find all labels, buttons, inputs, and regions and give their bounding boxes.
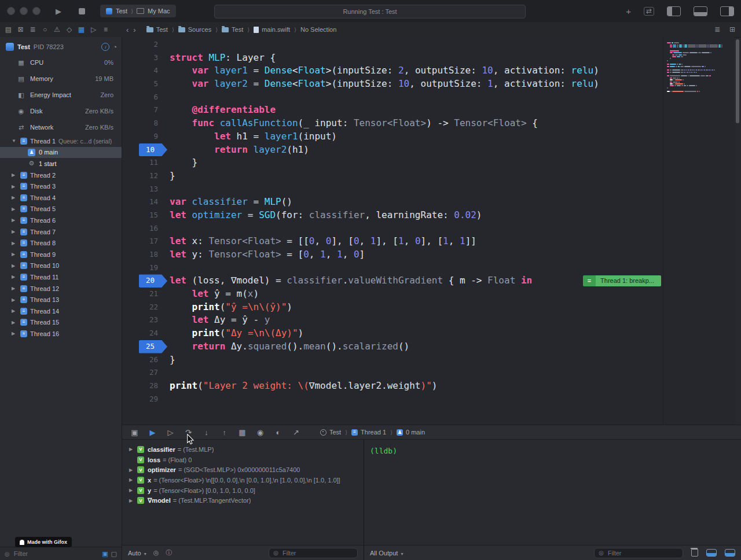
code-line[interactable]: 23 let Δy = ŷ - y bbox=[122, 314, 663, 327]
code-line[interactable]: 27 bbox=[122, 366, 663, 380]
line-number-gutter[interactable]: 7 bbox=[122, 104, 167, 117]
source-control-navigator-icon[interactable]: ⊠ bbox=[17, 25, 24, 34]
debug-breadcrumb-item[interactable]: Test bbox=[320, 429, 341, 436]
forward-button[interactable]: › bbox=[133, 25, 135, 34]
disclosure-triangle[interactable]: ▶ bbox=[12, 207, 17, 212]
code-line[interactable]: 11 } bbox=[122, 156, 663, 170]
code-line[interactable]: 13 bbox=[122, 183, 663, 196]
stop-button[interactable] bbox=[79, 8, 85, 14]
simulate-location-icon[interactable]: ↗ bbox=[292, 428, 300, 437]
minimize-button[interactable] bbox=[20, 7, 28, 15]
scope-selector[interactable]: Auto ▾ bbox=[128, 550, 146, 557]
close-button[interactable] bbox=[7, 7, 15, 15]
console-filter-field[interactable]: ◎ bbox=[594, 548, 683, 558]
disclosure-triangle[interactable]: ▶ bbox=[12, 308, 17, 314]
thread-row[interactable]: ▶Thread 6 bbox=[0, 215, 122, 226]
code-line[interactable]: 5 var layer2 = Dense<Float>(inputSize: 1… bbox=[122, 78, 663, 91]
code-line[interactable]: 22 print("ŷ =\n\(ŷ)") bbox=[122, 301, 663, 314]
project-navigator-icon[interactable]: ▤ bbox=[5, 25, 12, 34]
line-number-gutter[interactable]: 6 bbox=[122, 91, 167, 104]
line-number-gutter[interactable]: 15 bbox=[122, 209, 167, 222]
disclosure-triangle[interactable]: ▶ bbox=[12, 184, 17, 189]
variable-row[interactable]: ▶Vy= (Tensor<Float>) [0.0, 1.0, 1.0, 0.0… bbox=[122, 485, 364, 496]
disclosure-triangle[interactable]: ▶ bbox=[12, 172, 17, 178]
breadcrumb-item[interactable]: Test bbox=[222, 26, 243, 33]
thread-row[interactable]: ▶Thread 12 bbox=[0, 283, 122, 294]
gauge-row-energy-impact[interactable]: ◧Energy ImpactZero bbox=[0, 87, 122, 103]
line-number-gutter[interactable]: 26 bbox=[122, 353, 167, 367]
disclosure-triangle[interactable]: ▶ bbox=[129, 498, 135, 503]
test-navigator-icon[interactable]: ◇ bbox=[65, 25, 73, 34]
line-number-gutter[interactable]: 23 bbox=[122, 314, 167, 327]
report-navigator-icon[interactable]: ≡ bbox=[102, 25, 109, 34]
thread-row[interactable]: ▶Thread 14 bbox=[0, 305, 122, 317]
variable-row[interactable]: ▶Vx= (Tensor<Float>) \n[[0.0, 0.0],\n [0… bbox=[122, 475, 364, 485]
thread-row[interactable]: ▶Thread 11 bbox=[0, 271, 122, 283]
code-line[interactable]: 9 let h1 = layer1(input) bbox=[122, 130, 663, 143]
disclosure-triangle[interactable]: ▶ bbox=[12, 274, 17, 279]
source-editor[interactable]: 23struct MLP: Layer {4 var layer1 = Dens… bbox=[122, 37, 663, 425]
code-line[interactable]: 18let y: Tensor<Float> = [0, 1, 1, 0] bbox=[122, 248, 663, 261]
line-number-gutter[interactable]: 14 bbox=[122, 196, 167, 209]
variables-filter-field[interactable]: ◎ bbox=[269, 548, 358, 558]
gauge-row-network[interactable]: ⇄NetworkZero KB/s bbox=[0, 119, 122, 135]
editor-scrollbar[interactable] bbox=[736, 39, 739, 123]
disclosure-triangle[interactable]: ▶ bbox=[12, 263, 17, 268]
line-number-gutter[interactable]: 21 bbox=[122, 288, 167, 301]
thread-row[interactable]: ▶Thread 8 bbox=[0, 237, 122, 249]
disclosure-triangle[interactable]: ▶ bbox=[12, 218, 17, 223]
code-line[interactable]: 8 func callAsFunction(_ input: Tensor<Fl… bbox=[122, 117, 663, 130]
line-number-gutter[interactable]: 8 bbox=[122, 117, 167, 130]
debug-console[interactable]: (lldb) bbox=[364, 440, 741, 545]
breakpoint-marker[interactable]: 10 bbox=[139, 143, 167, 157]
line-number-gutter[interactable]: 22 bbox=[122, 301, 167, 314]
disclosure-triangle[interactable]: ▶ bbox=[129, 447, 135, 452]
code-line[interactable]: 29 bbox=[122, 393, 663, 406]
line-number-gutter[interactable]: 13 bbox=[122, 183, 167, 196]
line-number-gutter[interactable]: 2 bbox=[122, 38, 167, 51]
breakpoint-annotation[interactable]: =Thread 1: breakp... bbox=[583, 275, 661, 286]
show-running-threads-icon[interactable]: ▣ bbox=[102, 550, 108, 558]
show-variables-pane-icon[interactable] bbox=[706, 549, 717, 557]
code-line[interactable]: 7 @differentiable bbox=[122, 104, 663, 117]
disclosure-triangle[interactable]: ▶ bbox=[12, 229, 17, 234]
clear-console-icon[interactable] bbox=[691, 549, 698, 557]
quicklook-info-icon[interactable]: ⓘ bbox=[166, 548, 172, 557]
scheme-selector[interactable]: Test ⟩ My Mac bbox=[100, 5, 176, 17]
issue-navigator-icon[interactable]: ⚠ bbox=[53, 25, 61, 34]
code-line[interactable]: 17let x: Tensor<Float> = [[0, 0], [0, 1]… bbox=[122, 235, 663, 248]
gauge-row-disk[interactable]: ◉DiskZero KB/s bbox=[0, 103, 122, 119]
stack-frame-row[interactable]: ⚙1 start bbox=[0, 158, 122, 170]
disclosure-triangle[interactable]: ▶ bbox=[129, 467, 135, 473]
code-review-icon[interactable]: ⇄ bbox=[644, 7, 654, 16]
disclosure-triangle[interactable]: ▶ bbox=[12, 252, 17, 257]
run-button[interactable]: ▶ bbox=[56, 7, 61, 16]
disclosure-triangle[interactable]: ▶ bbox=[12, 241, 17, 246]
disclosure-triangle[interactable]: ▶ bbox=[12, 286, 17, 291]
code-line[interactable]: 6 bbox=[122, 91, 663, 104]
gauge-row-cpu[interactable]: ▦CPU0% bbox=[0, 54, 122, 71]
code-line[interactable]: 2 bbox=[122, 38, 663, 51]
thread-row[interactable]: ▶Thread 15 bbox=[0, 317, 122, 329]
library-add-icon[interactable]: + bbox=[626, 6, 631, 16]
debug-breadcrumb-item[interactable]: 0 main bbox=[397, 429, 425, 436]
code-line[interactable]: 20let (loss, ∇model) = classifier.valueW… bbox=[122, 274, 663, 288]
thread-row[interactable]: ▶Thread 9 bbox=[0, 249, 122, 260]
disclosure-triangle[interactable]: ▶ bbox=[12, 320, 17, 325]
thread-row[interactable]: ▶Thread 5 bbox=[0, 204, 122, 215]
view-mode-icon[interactable]: ▢ bbox=[111, 550, 117, 558]
breakpoint-marker[interactable]: 25 bbox=[139, 340, 167, 353]
line-number-gutter[interactable]: 25 bbox=[122, 340, 167, 353]
debug-view-hierarchy-icon[interactable]: ▦ bbox=[238, 428, 247, 437]
debug-breadcrumb-item[interactable]: Thread 1 bbox=[351, 429, 386, 436]
breakpoint-navigator-icon[interactable]: ▷ bbox=[90, 25, 97, 34]
code-line[interactable]: 28print("Layer 2 weight: \(∇model.layer2… bbox=[122, 380, 663, 393]
step-out-icon[interactable]: ↑ bbox=[220, 428, 229, 437]
breadcrumb-item[interactable]: Test bbox=[146, 26, 168, 33]
thread-1-row[interactable]: ▼ Thread 1 Queue: c...d (serial) bbox=[0, 135, 122, 147]
variable-row[interactable]: ▶Vclassifier= (Test.MLP) bbox=[122, 444, 364, 455]
variable-row[interactable]: ▶Voptimizer= (SGD<Test.MLP>) 0x000000011… bbox=[122, 465, 364, 475]
code-line[interactable]: 25 return Δy.squared().mean().scalarized… bbox=[122, 340, 663, 353]
symbol-navigator-icon[interactable]: ≣ bbox=[29, 25, 36, 34]
flag-icons[interactable]: ◎ bbox=[153, 549, 159, 557]
